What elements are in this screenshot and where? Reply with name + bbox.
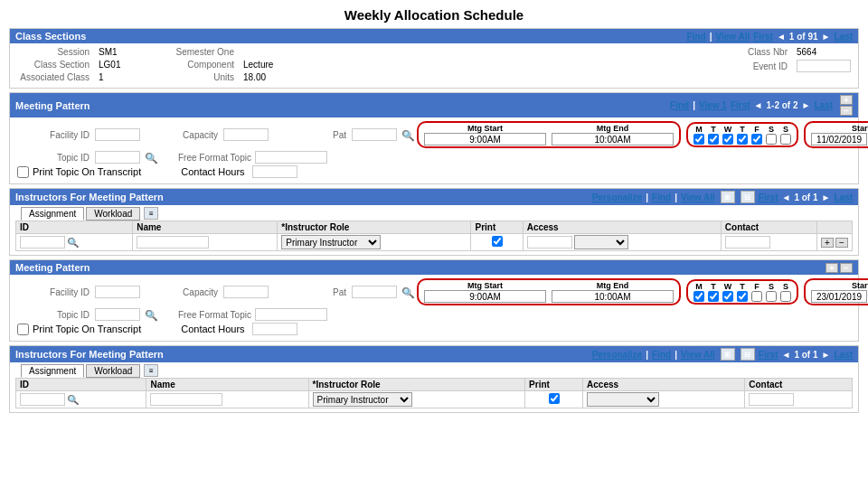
mp2-add-btn[interactable]: + [826,263,838,273]
inst1-tab-icon[interactable]: ≡ [144,207,158,220]
inst2-contact-input[interactable] [749,393,794,406]
inst1-prev[interactable]: ◄ [782,192,791,202]
mp2-topicid-search[interactable]: 🔍 [146,310,155,319]
inst1-id-input[interactable] [20,236,65,249]
inst2-print-check[interactable] [549,393,560,404]
inst2-next[interactable]: ► [822,350,831,360]
mp1-last[interactable]: Last [814,100,833,110]
eventid-input[interactable] [797,60,851,72]
mp2-freeformat-input[interactable] [255,308,327,321]
inst2-tab-assignment[interactable]: Assignment [21,364,84,378]
mp2-topicid-input[interactable] [95,308,140,321]
inst1-remove-btn[interactable]: − [835,238,848,248]
cs-prev-icon[interactable]: ◄ [777,32,786,42]
mp1-day-s1[interactable] [766,134,777,145]
mp2-facilityid-input[interactable] [95,286,140,298]
mp1-day-f[interactable] [751,134,762,145]
inst2-first[interactable]: First [759,350,778,360]
mp2-pat-input[interactable] [352,286,397,298]
mp2-mtgstart-input[interactable] [424,290,546,303]
inst2-access-select[interactable] [587,392,659,407]
inst1-name-input[interactable] [137,236,209,249]
mp2-printtopic-check[interactable] [17,324,29,335]
inst1-personalize[interactable]: Personalize [592,192,643,202]
cs-find-link[interactable]: Find [687,32,706,42]
inst1-access-select[interactable] [574,235,628,249]
mp1-view1[interactable]: View 1 [699,100,727,110]
mp1-topicid-search[interactable]: 🔍 [146,153,155,162]
inst1-icon2[interactable]: ⊟ [741,191,755,203]
inst1-tab-assignment[interactable]: Assignment [21,207,84,221]
mp1-facilityid-input[interactable] [95,128,140,141]
inst1-next[interactable]: ► [822,192,831,202]
inst2-tab-workload[interactable]: Workload [86,364,140,378]
inst2-find[interactable]: Find [652,350,671,360]
cs-first[interactable]: First [753,32,773,42]
inst1-access-input[interactable] [527,236,572,249]
mp1-mtgend-input[interactable] [552,133,674,145]
mp1-contacthours-input[interactable] [252,165,297,178]
mp1-add-btn[interactable]: + [840,95,853,105]
mp1-mtgstart-input[interactable] [424,133,546,145]
inst1-add-btn[interactable]: + [821,238,834,248]
inst1-find[interactable]: Find [652,192,671,202]
inst1-icon[interactable]: ⊞ [721,191,735,203]
mp1-next[interactable]: ► [802,100,811,110]
inst2-personalize[interactable]: Personalize [592,350,643,360]
inst2-tab-icon[interactable]: ≡ [144,364,158,377]
mp1-day-m[interactable] [693,134,704,145]
mp2-mtgend-input[interactable] [552,290,674,303]
inst2-id-search[interactable]: 🔍 [68,395,77,404]
mp1-topicid-input[interactable] [95,151,140,164]
mp2-day-t[interactable] [708,291,719,302]
mp1-printtopic-check[interactable] [17,166,29,178]
mp1-search-icon[interactable]: 🔍 [402,130,411,139]
inst1-role-select[interactable]: Primary Instructor Secondary Instructor … [281,235,381,249]
mp2-day-s2[interactable] [780,291,791,302]
inst2-role-select[interactable]: Primary Instructor Secondary Instructor … [313,392,412,407]
inst1-contact-input[interactable] [725,236,770,249]
inst2-last[interactable]: Last [834,350,853,360]
mp1-day-th[interactable] [737,134,748,145]
mp1-freeformat-input[interactable] [255,151,327,164]
cs-viewall-link[interactable]: View All [715,32,750,42]
mp1-day-s2[interactable] [780,134,791,145]
mp1-first[interactable]: First [731,100,750,110]
cs-next-icon[interactable]: ► [822,32,831,42]
inst1-print-check[interactable] [492,236,503,247]
mp2-day-m[interactable] [693,291,704,302]
mp1-startdate-input[interactable] [811,133,867,145]
inst1-id-search[interactable]: 🔍 [68,238,77,247]
inst2-id-input[interactable] [20,393,65,406]
mp1-remove-btn[interactable]: − [840,106,853,116]
mp2-day-w[interactable] [722,291,733,302]
mp1-find[interactable]: Find [670,100,689,110]
inst1-tab-workload[interactable]: Workload [86,207,140,221]
inst1-last[interactable]: Last [834,192,853,202]
inst2-prev[interactable]: ◄ [782,350,791,360]
inst2-viewall[interactable]: View All [681,350,715,360]
inst2-icon2[interactable]: ⊟ [741,348,755,361]
inst2-icon[interactable]: ⊞ [721,348,735,361]
mp1-day-t[interactable] [708,134,719,145]
mp2-remove-btn[interactable]: − [840,263,853,273]
mp2-capacity-input[interactable] [223,286,269,298]
mp1-day-w[interactable] [722,134,733,145]
inst2-name-input[interactable] [150,393,222,406]
mp1-pat-input[interactable] [352,128,397,141]
mp2-search-icon[interactable]: 🔍 [402,287,411,296]
mp1-nav: Find | View 1 First ◄ 1-2 of 2 ► Last + … [670,95,853,116]
mp1-prev[interactable]: ◄ [754,100,763,110]
mp1-freeformat-label: Free Format Topic [178,153,251,163]
mp1-capacity-input[interactable] [223,128,269,141]
mp2-mtgstart-label: Mtg Start [467,281,503,290]
inst1-viewall[interactable]: View All [681,192,715,202]
mp2-day-f[interactable] [751,291,762,302]
mp2-contacthours-input[interactable] [252,323,297,335]
mp2-startdate-input[interactable] [811,290,867,303]
inst1-first[interactable]: First [759,192,778,202]
class-sections-title: Class Sections [15,31,86,42]
cs-last[interactable]: Last [834,32,853,42]
mp2-day-s1[interactable] [766,291,777,302]
mp2-day-th[interactable] [737,291,748,302]
